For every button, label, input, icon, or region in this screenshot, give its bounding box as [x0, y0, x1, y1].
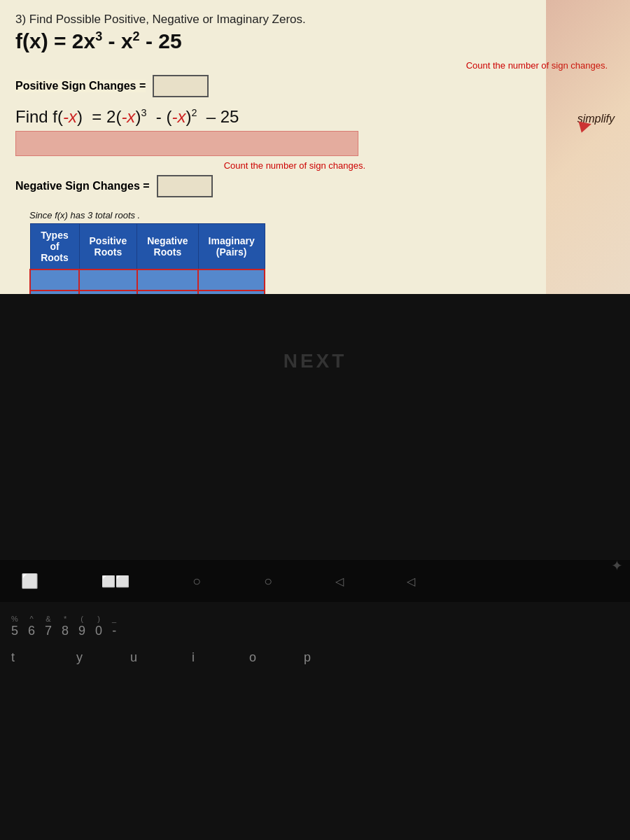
- col-header-imaginary: Imaginary(Pairs): [198, 224, 265, 270]
- nav-back-icon-1[interactable]: ◁: [335, 575, 344, 588]
- neg-x-1: -x: [63, 107, 77, 126]
- key-minus[interactable]: _ -: [112, 615, 116, 639]
- positive-sign-changes-label: Positive Sign Changes =: [15, 80, 146, 92]
- count-hint-top: Count the number of sign changes.: [15, 60, 615, 71]
- keyboard-letter-row: t y u i o p: [0, 645, 630, 671]
- find-fx-row: Find f(-x) = 2(-x)3 - (-x)2 – 25 simplif…: [15, 107, 615, 127]
- keyboard-number-row: % 5 ^ 6 & 7 * 8 ( 9 ) 0 _ -: [0, 602, 630, 645]
- table-cell[interactable]: [137, 270, 198, 290]
- nav-icon-row: ⬜ ⬜⬜ ○ ○ ◁ ◁: [0, 560, 630, 602]
- negative-sign-changes-input[interactable]: [157, 175, 213, 197]
- key-y[interactable]: y: [76, 650, 83, 666]
- dark-middle-area: NEXT: [0, 294, 630, 567]
- nav-square-icon[interactable]: ⬜: [21, 573, 38, 589]
- negative-sign-changes-row: Negative Sign Changes =: [15, 175, 615, 197]
- positive-sign-changes-input[interactable]: [153, 75, 209, 97]
- key-9[interactable]: ( 9: [78, 615, 85, 639]
- key-0[interactable]: ) 0: [95, 615, 102, 639]
- function-title: f(x) = 2x3 - x2 - 25: [15, 29, 615, 53]
- decorative-background: [546, 0, 630, 294]
- col-header-types: Types ofRoots: [30, 224, 79, 270]
- neg-x-2: -x: [121, 107, 135, 126]
- problem-number: 3) Find Possible Positive, Negative or I…: [15, 13, 615, 27]
- key-p[interactable]: p: [304, 650, 311, 666]
- table-header-row: Types ofRoots PositiveRoots NegativeRoot…: [30, 224, 265, 270]
- positive-sign-changes-row: Positive Sign Changes =: [15, 75, 615, 97]
- nav-circle-icon-1[interactable]: ○: [192, 573, 201, 589]
- key-5[interactable]: % 5: [11, 615, 18, 639]
- key-7[interactable]: & 7: [45, 615, 52, 639]
- key-8[interactable]: * 8: [62, 615, 69, 639]
- table-cell[interactable]: [198, 270, 265, 290]
- table-cell[interactable]: [30, 270, 79, 290]
- col-header-negative: NegativeRoots: [137, 224, 198, 270]
- nav-dual-square-icon[interactable]: ⬜⬜: [102, 575, 130, 588]
- simplified-expression-box[interactable]: [15, 131, 358, 156]
- find-fx-text: Find f(-x) = 2(-x)3 - (-x)2 – 25: [15, 107, 239, 127]
- nav-circle-icon-2[interactable]: ○: [264, 573, 272, 589]
- key-6[interactable]: ^ 6: [28, 615, 35, 639]
- key-u[interactable]: u: [130, 650, 137, 666]
- table-row: [30, 270, 265, 290]
- keyboard-area: % 5 ^ 6 & 7 * 8 ( 9 ) 0 _ - t: [0, 602, 630, 840]
- since-label: Since f(x) has 3 total roots .: [29, 210, 615, 220]
- negative-sign-changes-label: Negative Sign Changes =: [15, 180, 150, 192]
- table-cell[interactable]: [79, 270, 137, 290]
- key-i[interactable]: i: [192, 650, 195, 666]
- col-header-positive: PositiveRoots: [79, 224, 137, 270]
- neg-x-3: -x: [172, 107, 186, 126]
- count-hint-bottom: Count the number of sign changes.: [15, 160, 372, 171]
- key-o[interactable]: o: [249, 650, 256, 666]
- settings-icon[interactable]: ✦: [611, 557, 623, 574]
- key-t[interactable]: t: [11, 650, 15, 666]
- next-label: NEXT: [284, 350, 347, 372]
- function-text: f(x) = 2x3 - x2 - 25: [15, 29, 182, 52]
- nav-back-icon-2[interactable]: ◁: [407, 575, 415, 588]
